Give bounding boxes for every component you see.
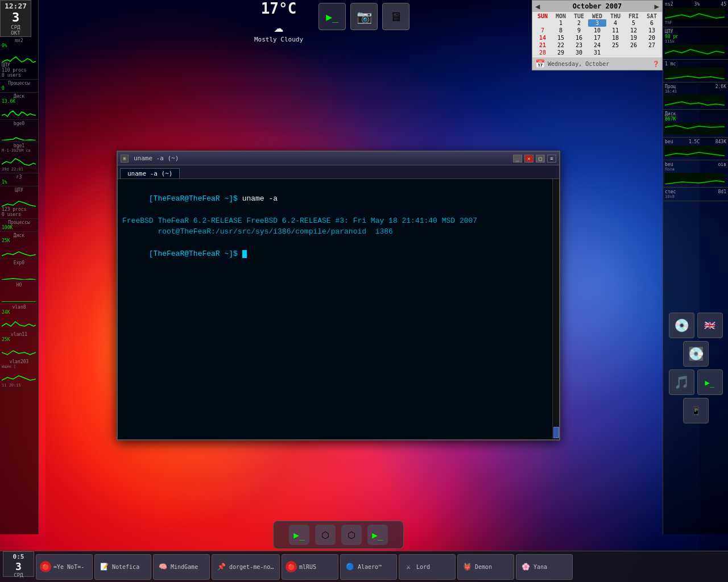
terminal-top-icon[interactable]: ▶_ bbox=[318, 3, 346, 30]
dock-terminal-icon[interactable]: ▶_ bbox=[289, 525, 309, 545]
taskbar-item-demon[interactable]: 👹 Demon bbox=[457, 554, 514, 580]
camera-top-icon[interactable]: 📷 bbox=[350, 3, 378, 30]
terminal-close-btn[interactable]: ✕ bbox=[524, 155, 533, 163]
cal-day[interactable]: 8 bbox=[552, 27, 570, 34]
cal-day[interactable]: 9 bbox=[570, 27, 588, 34]
dock-terminal2-icon[interactable]: ▶_ bbox=[367, 525, 388, 545]
calendar-footer-text: Wednesday, October bbox=[548, 61, 609, 67]
right-disk-label: Диск bbox=[665, 111, 726, 117]
cal-day[interactable]: 30 bbox=[570, 49, 588, 56]
terminal-tab-active[interactable]: uname -a (~) bbox=[120, 168, 180, 178]
terminal-scrollbar[interactable] bbox=[552, 179, 559, 439]
monitor-mx2: mx2 0% ЦПУ 110 procs 0 users bbox=[0, 37, 38, 80]
cal-day[interactable]: 24 bbox=[588, 41, 606, 49]
ipod2-icon[interactable]: 📱 bbox=[683, 398, 709, 423]
vlan203-time: 11 20:15 bbox=[2, 383, 36, 388]
cal-day[interactable]: 6 bbox=[643, 19, 661, 27]
lord-label: Lord bbox=[416, 564, 430, 570]
cal-day[interactable]: 23 bbox=[570, 41, 588, 49]
cal-day[interactable]: 19 bbox=[624, 34, 643, 41]
taskbar-item-alaero[interactable]: 🔵 Alaero™ bbox=[340, 554, 397, 580]
display-top-icon[interactable]: 🖥 bbox=[382, 3, 410, 30]
cal-day[interactable]: 13 bbox=[643, 27, 661, 34]
cal-day[interactable] bbox=[643, 49, 661, 56]
ipod-icon[interactable]: 🎵 bbox=[669, 369, 694, 395]
cal-day[interactable]: 1 bbox=[552, 19, 570, 27]
cal-day[interactable]: 16 bbox=[570, 34, 588, 41]
cal-day[interactable]: 2 bbox=[570, 19, 588, 27]
cal-day[interactable]: 21 bbox=[533, 41, 552, 49]
stec-value: 8d1 bbox=[718, 189, 726, 194]
clock-widget: 12:27 3 СРД ОКТ bbox=[0, 0, 31, 37]
calendar-title: October 2007 bbox=[573, 2, 622, 10]
g3-label: г3 bbox=[2, 174, 36, 180]
beu2-sub: Полж bbox=[665, 167, 726, 172]
cal-day[interactable]: 27 bbox=[643, 41, 661, 49]
cal-day[interactable]: 29 bbox=[552, 49, 570, 56]
terminal-prompt-2: [TheFeaR@TheFeaR ~]$ bbox=[149, 250, 242, 258]
bottom-dock: ▶_ ⬡ ⬡ ▶_ bbox=[273, 521, 404, 549]
monitor-exp0: Ехр0 bbox=[0, 259, 38, 281]
cal-day[interactable]: 5 bbox=[624, 19, 643, 27]
taskbar-item-ye-not[interactable]: 🔴 =Ye_NoT=- bbox=[36, 554, 93, 580]
cal-day[interactable]: 17 bbox=[588, 34, 606, 41]
cal-day[interactable]: 4 bbox=[606, 19, 624, 27]
terminal-extra-btn[interactable]: ≡ bbox=[547, 155, 556, 163]
cd-icon[interactable]: 💿 bbox=[669, 313, 694, 338]
calendar-prev-btn[interactable]: ◀ bbox=[535, 2, 540, 11]
cal-day[interactable]: 11 bbox=[606, 27, 624, 34]
sparkline-right-disk bbox=[665, 123, 725, 134]
terminal-body[interactable]: [TheFeaR@TheFeaR ~]$ uname -a FreeBSD Th… bbox=[118, 179, 559, 439]
right-stec: стес 8d1 10s8 bbox=[663, 188, 728, 201]
cal-day[interactable]: 18 bbox=[606, 34, 624, 41]
dock-app1-icon[interactable]: ⬡ bbox=[315, 525, 336, 545]
sparkline-ho bbox=[2, 288, 36, 302]
procs-label-1: Процессы bbox=[2, 220, 36, 225]
cal-day[interactable]: 7 bbox=[533, 27, 552, 34]
taskbar-item-notefica[interactable]: 📝 Notefica bbox=[94, 554, 151, 580]
cal-day[interactable]: 20 bbox=[643, 34, 661, 41]
uk-flag-icon[interactable]: 🇬🇧 bbox=[697, 313, 723, 338]
notefica-label: Notefica bbox=[112, 564, 139, 570]
calendar-next-btn[interactable]: ▶ bbox=[655, 2, 659, 11]
right-beu1: beu 1.5С 843К bbox=[663, 138, 728, 160]
cal-day[interactable]: 31 bbox=[588, 49, 606, 56]
cal-day[interactable]: 10 bbox=[588, 27, 606, 34]
cal-day[interactable] bbox=[624, 49, 643, 56]
disk-value-1: 25К bbox=[2, 238, 36, 243]
taskbar-item-mlrus[interactable]: 🔴 mlRUS bbox=[282, 554, 338, 580]
terminal-right-icon[interactable]: ▶_ bbox=[697, 369, 723, 395]
sparkline-exp0 bbox=[2, 265, 36, 280]
taskbar-item-lord[interactable]: ⚔️ Lord bbox=[399, 554, 456, 580]
disc2-icon[interactable]: 💽 bbox=[683, 341, 709, 367]
terminal-maximize-btn[interactable]: □ bbox=[536, 155, 545, 163]
bottom-clock-day: 3 bbox=[5, 560, 32, 572]
procs-label-0: Процессы bbox=[2, 81, 36, 86]
cal-day[interactable]: 26 bbox=[624, 41, 643, 49]
taskbar-item-dorget[interactable]: 📌 dorget-me-not> bbox=[212, 554, 280, 580]
cal-day[interactable] bbox=[606, 49, 624, 56]
calendar-widget: ◀ October 2007 ▶ SUN MON TUE WED THU FRI… bbox=[532, 0, 663, 70]
terminal-cursor bbox=[242, 250, 247, 258]
taskbar-item-yana[interactable]: 🌸 Yana bbox=[516, 554, 573, 580]
cal-day[interactable] bbox=[533, 19, 552, 27]
sparkline-vlan8 bbox=[2, 315, 36, 329]
cal-day[interactable]: 12 bbox=[624, 27, 643, 34]
clock-time: 12:27 bbox=[2, 2, 30, 10]
terminal-titlebar[interactable]: ▣ uname -a (~) _ ✕ □ ≡ bbox=[118, 152, 559, 165]
cal-day[interactable]: 22 bbox=[552, 41, 570, 49]
calendar-help-btn[interactable]: ❓ bbox=[652, 61, 659, 67]
dock-app2-icon[interactable]: ⬡ bbox=[341, 525, 362, 545]
terminal-scroll-thumb[interactable] bbox=[553, 427, 559, 438]
cal-day[interactable]: 14 bbox=[533, 34, 552, 41]
1mc-label: 1 mc bbox=[665, 61, 726, 66]
beu2-label: beu bbox=[665, 162, 673, 167]
cal-day-today[interactable]: 3 bbox=[588, 19, 606, 27]
terminal-minimize-btn[interactable]: _ bbox=[513, 155, 522, 163]
cal-day[interactable]: 28 bbox=[533, 49, 552, 56]
monitor-vlan11: vlan11 25К bbox=[0, 331, 38, 358]
terminal-line-1: [TheFeaR@TheFeaR ~]$ uname -a bbox=[122, 182, 555, 215]
cal-day[interactable]: 15 bbox=[552, 34, 570, 41]
cal-day[interactable]: 25 bbox=[606, 41, 624, 49]
taskbar-item-mindgame[interactable]: 🧠 MindGame bbox=[153, 554, 210, 580]
